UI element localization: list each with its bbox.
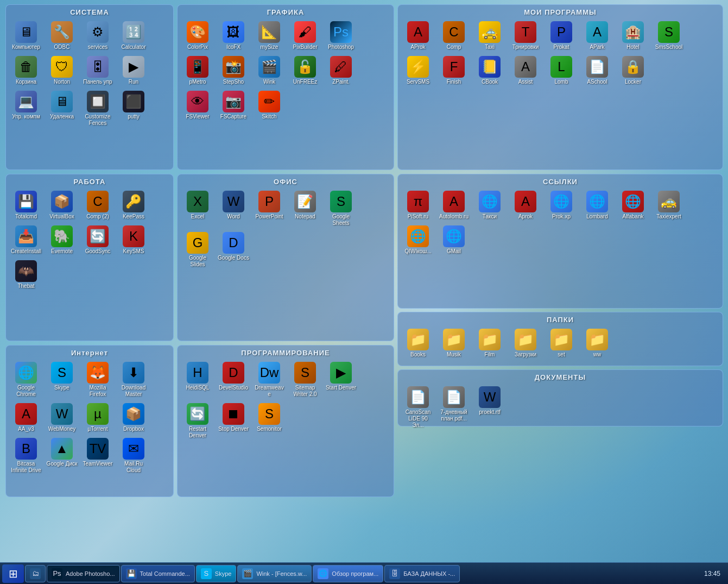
icon-recycle[interactable]: 🗑Корзина — [9, 54, 43, 87]
icon-pmetro[interactable]: 📱pMetro — [181, 54, 214, 87]
icon-sitemap[interactable]: SSitemap Writer 2.0 — [288, 360, 322, 399]
start-button[interactable]: ⊞ — [2, 564, 24, 583]
icon-calculator[interactable]: 🔢Calculator — [117, 20, 150, 52]
icon-gsheets[interactable]: SGoogle Sheets — [324, 189, 358, 228]
icon-aschool[interactable]: 📄ASchool — [580, 54, 614, 87]
icon-icofx[interactable]: 🖼IcoFX — [217, 20, 250, 52]
icon-udalenka[interactable]: 🖥Удаленка — [45, 89, 79, 128]
icon-wink[interactable]: 🎬Wink — [252, 54, 286, 87]
icon-panel[interactable]: 🎛Панель упр — [81, 54, 115, 87]
icon-gmail[interactable]: 🌐GMail — [437, 224, 471, 256]
icon-mailru[interactable]: ✉Mail.Ru Cloud — [117, 436, 150, 475]
icon-bitcasa[interactable]: BBitcasa Infinite Drive — [9, 436, 43, 475]
icon-musik[interactable]: 📁Musik — [437, 327, 471, 360]
icon-odbc[interactable]: 🔧ODBC — [45, 20, 79, 52]
icon-keepass[interactable]: 🔑KeePass — [117, 189, 150, 222]
icon-books[interactable]: 📁Books — [401, 327, 435, 360]
icon-norton[interactable]: 🛡Norton — [45, 54, 79, 87]
icon-fscapture[interactable]: 📷FSCapture — [217, 89, 250, 122]
icon-gslides[interactable]: GGoogle Slides — [181, 230, 214, 269]
icon-uprkompj[interactable]: 💻Упр. компм — [9, 89, 43, 128]
tb-totalcmd[interactable]: 💾Total Commande... — [121, 565, 195, 582]
icon-evernote[interactable]: 🐘Evernote — [45, 224, 79, 256]
tb-explorer[interactable]: 🗂 — [25, 565, 46, 582]
icon-pixbuilder[interactable]: 🖌PixBuilder — [288, 20, 322, 52]
icon-lombard[interactable]: 🌐Lombard — [580, 189, 614, 222]
icon-develstudio[interactable]: DDevelStudio — [217, 360, 250, 399]
icon-servsms[interactable]: ⚡ServSMS — [401, 54, 435, 87]
icon-dlmaster[interactable]: ⬇Download Master — [117, 360, 150, 399]
icon-totalcmd[interactable]: 💾Totalcmd — [9, 189, 43, 222]
icon-autolomb[interactable]: AAutolomb.ru — [437, 189, 471, 222]
icon-thebat[interactable]: 🦇Thebat — [9, 259, 43, 291]
icon-gdocs[interactable]: DGoogle Docs — [217, 230, 250, 269]
icon-services[interactable]: ⚙services — [81, 20, 115, 52]
icon-proekt[interactable]: Wproekt.rtf — [473, 385, 507, 430]
icon-word[interactable]: WWord — [217, 189, 250, 228]
icon-film[interactable]: 📁Film — [473, 327, 507, 360]
icon-firefox[interactable]: 🦊Mozilla Firefox — [81, 360, 115, 399]
icon-aav3[interactable]: AAA_v3 — [9, 401, 43, 434]
icon-fsviewer[interactable]: 👁FSViewer — [181, 89, 214, 122]
icon-unfree[interactable]: 🔓UnFREEz — [288, 54, 322, 87]
icon-startdenver[interactable]: ▶Start Denver — [324, 360, 358, 399]
icon-notepad[interactable]: 📝Notepad — [288, 189, 322, 228]
tb-wink[interactable]: 🎬Wink - [Fences.w... — [237, 565, 312, 582]
icon-lomb[interactable]: LLomb — [545, 54, 578, 87]
icon-pisoft[interactable]: πPiSoft.ru — [401, 189, 435, 222]
icon-comp2[interactable]: CComp (2) — [81, 189, 115, 222]
icon-smsschool[interactable]: SSmsSchool — [652, 20, 686, 52]
icon-stopdenver[interactable]: ⏹Stop Denver — [217, 401, 250, 441]
icon-skitch[interactable]: ✏Skitch — [252, 89, 286, 122]
icon-dropbox[interactable]: 📦Dropbox — [117, 401, 150, 434]
icon-photoshop[interactable]: PsPhotoshop — [324, 20, 358, 52]
icon-excel[interactable]: XExcel — [181, 189, 214, 228]
icon-zpaint[interactable]: 🖊ZPaint. — [324, 54, 358, 87]
icon-heidisql[interactable]: HHeidiSQL — [181, 360, 214, 399]
icon-trnirovki[interactable]: TТрнировки — [509, 20, 542, 52]
icon-virtualbox[interactable]: 📦VirtualBox — [45, 189, 79, 222]
icon-chrome[interactable]: 🌐Google Chrome — [9, 360, 43, 399]
icon-restartdenver[interactable]: 🔄Restart Denver — [181, 401, 214, 441]
icon-prokat[interactable]: PProkat — [545, 20, 578, 52]
icon-webmoney[interactable]: WWebMoney — [45, 401, 79, 434]
icon-prokexp[interactable]: 🌐Prok.xp — [545, 189, 578, 222]
icon-run[interactable]: ▶Run — [117, 54, 150, 87]
icon-locker[interactable]: 🔒Locker — [616, 54, 650, 87]
icon-utorrent[interactable]: µµTorrent — [81, 401, 115, 434]
icon-set[interactable]: 📁set — [545, 327, 578, 360]
icon-assist[interactable]: AAssist — [509, 54, 542, 87]
icon-teamviewer[interactable]: TVTeamViewer — [81, 436, 115, 475]
tb-bazadb[interactable]: 🗄БАЗА ДАННЫХ -... — [384, 565, 460, 582]
icon-goodsync[interactable]: 🔄GoodSync — [81, 224, 115, 256]
icon-createinstall[interactable]: 📥CreateInstall — [9, 224, 43, 256]
icon-aprok[interactable]: AAProk — [401, 20, 435, 52]
icon-alfabank[interactable]: 🌐Alfabank — [616, 189, 650, 222]
icon-7day[interactable]: 📄7-дневный план.pdf... — [437, 385, 471, 430]
icon-gdisk[interactable]: ▲Google Диск — [45, 436, 79, 475]
icon-apark[interactable]: AAPark — [580, 20, 614, 52]
icon-taksi[interactable]: 🌐Такси — [473, 189, 507, 222]
tb-skype[interactable]: SSkype — [196, 565, 237, 582]
icon-customize[interactable]: 🔲Customize Fences — [81, 89, 115, 128]
icon-dreamweaver[interactable]: DwDreamweave — [252, 360, 286, 399]
icon-qiwi[interactable]: 🌐QIWIкош... — [401, 224, 435, 256]
icon-canoscan[interactable]: 📄CanoScan LiDE 90 Эл... — [401, 385, 435, 430]
icon-stepsho[interactable]: 📸StepSho — [217, 54, 250, 87]
icon-mysize[interactable]: 📐mySize — [252, 20, 286, 52]
icon-zagruzki[interactable]: 📁Загрузки — [509, 327, 542, 360]
icon-putty[interactable]: ⬛putty — [117, 89, 150, 128]
icon-taxi[interactable]: 🚕Taxi — [473, 20, 507, 52]
icon-semonitor[interactable]: SSemonitor — [252, 401, 286, 441]
tb-photoshop[interactable]: PsAdobe Photosho... — [47, 565, 120, 582]
icon-cbook[interactable]: 📒CBook — [473, 54, 507, 87]
icon-powerpoint[interactable]: PPowerPoint — [252, 189, 286, 228]
tb-chrome[interactable]: 🌐Обзор програм... — [313, 565, 383, 582]
icon-keysms[interactable]: KKeySMS — [117, 224, 150, 256]
icon-hotel[interactable]: 🏨Hotel — [616, 20, 650, 52]
icon-computer[interactable]: 🖥Компьютер — [9, 20, 43, 52]
icon-finish[interactable]: FFinish — [437, 54, 471, 87]
icon-skype[interactable]: SSkype — [45, 360, 79, 399]
icon-colorpix[interactable]: 🎨ColorPix — [181, 20, 214, 52]
icon-aprok2[interactable]: AAprok — [509, 189, 542, 222]
